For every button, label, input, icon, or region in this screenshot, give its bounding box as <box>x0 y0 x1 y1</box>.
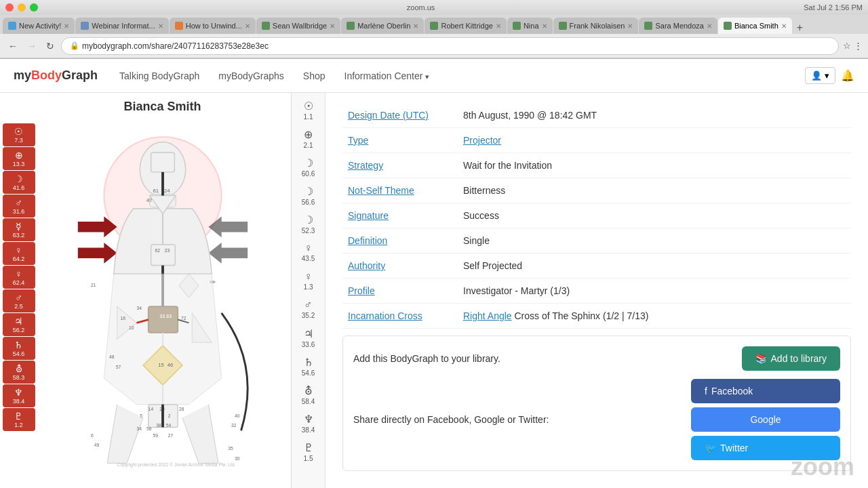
tab-close-5[interactable]: ✕ <box>413 22 418 30</box>
sidebar-jupiter[interactable]: ♃33.6 <box>294 324 323 351</box>
planet-earth[interactable]: ⊕13.3 <box>3 147 35 170</box>
table-row-definition: Definition Single <box>342 228 851 253</box>
planet-venus-2[interactable]: ♀62.4 <box>3 266 35 289</box>
planet-venus-1[interactable]: ♀64.2 <box>3 242 35 265</box>
browser-tab-3[interactable]: How to Unwind...✕ <box>170 18 256 34</box>
browser-tab-4[interactable]: Sean Wallbridge✕ <box>256 18 340 34</box>
tab-close-10[interactable]: ✕ <box>781 22 787 30</box>
user-account-button[interactable]: 👤 ▾ <box>805 67 835 84</box>
sidebar-venus-1[interactable]: ♀43.5 <box>294 239 323 266</box>
sidebar-neptune[interactable]: ♆38.4 <box>294 409 323 436</box>
browser-tab-7[interactable]: Nina✕ <box>507 18 553 34</box>
tab-favicon-7 <box>513 22 521 30</box>
browser-tab-6[interactable]: Robert Kittridge✕ <box>425 18 506 34</box>
svg-text:35: 35 <box>228 446 233 451</box>
strategy-value: Wait for the Invitation <box>458 153 851 178</box>
browser-tab-9[interactable]: Sara Mendoza✕ <box>639 18 717 34</box>
refresh-button[interactable]: ↻ <box>43 39 57 53</box>
authority-label[interactable]: Authority <box>348 260 385 271</box>
planet-mars-2[interactable]: ♂2.5 <box>3 289 35 312</box>
tab-close-9[interactable]: ✕ <box>707 22 712 30</box>
right-angle-link[interactable]: Right Angle <box>463 310 512 321</box>
svg-text:49: 49 <box>94 443 99 447</box>
os-max-button[interactable] <box>30 3 38 12</box>
browser-tab-10[interactable]: Bianca Smith✕ <box>718 18 792 34</box>
nav-mybodygraphs[interactable]: myBodyGraphs <box>210 65 292 87</box>
planet-saturn[interactable]: ♄54.6 <box>3 337 35 360</box>
nav-information-center[interactable]: Information Center <box>336 65 437 87</box>
os-close-button[interactable] <box>5 3 14 12</box>
browser-tab-8[interactable]: Frank Nikolaisen✕ <box>553 18 639 34</box>
bodygraph-panel: Bianca Smith ☉7.3 ⊕13.3 ☽41.6 ♂31.6 ☿63.… <box>0 93 326 488</box>
planet-moon[interactable]: ☽41.6 <box>3 171 35 194</box>
signature-label[interactable]: Signature <box>348 210 389 221</box>
add-to-library-button[interactable]: 📚 Add to library <box>742 346 840 371</box>
bookmark-icon[interactable]: ☆ <box>843 41 851 51</box>
svg-text:23: 23 <box>164 248 170 253</box>
planet-sun[interactable]: ☉7.3 <box>3 123 35 146</box>
twitter-button[interactable]: 🐦 Twitter <box>691 436 840 460</box>
definition-label[interactable]: Definition <box>348 235 387 246</box>
sidebar-sun[interactable]: ☉1.1 <box>294 96 323 123</box>
planet-neptune[interactable]: ♆38.4 <box>3 384 35 407</box>
back-button[interactable]: ← <box>5 39 20 53</box>
svg-text:Copyright protected 2022 © Jov: Copyright protected 2022 © Jovian Archiv… <box>117 462 235 468</box>
sidebar-moon-1[interactable]: ☽60.6 <box>294 153 323 180</box>
browser-tabbar: New Activity!✕ Webinar Informat...✕ How … <box>0 15 868 34</box>
planet-mercury[interactable]: ☿63.2 <box>3 218 35 241</box>
os-time: Sat Jul 2 1:56 PM <box>804 3 863 12</box>
new-tab-button[interactable]: + <box>793 22 807 34</box>
tab-favicon-8 <box>559 22 567 30</box>
sidebar-pluto[interactable]: ♇1.5 <box>294 438 323 465</box>
tab-close-2[interactable]: ✕ <box>158 22 163 30</box>
nav-talking-bodygraph[interactable]: Talking BodyGraph <box>111 65 208 87</box>
planet-jupiter[interactable]: ♃56.2 <box>3 313 35 336</box>
tab-close-8[interactable]: ✕ <box>627 22 633 30</box>
info-table: Design Date (UTC) 8th August, 1990 @ 18:… <box>342 103 851 329</box>
planet-pluto[interactable]: ♇1.2 <box>3 408 35 431</box>
google-button[interactable]: Google <box>691 407 840 432</box>
nav-shop[interactable]: Shop <box>295 65 334 87</box>
tab-close-7[interactable]: ✕ <box>542 22 547 30</box>
facebook-button[interactable]: f Facebook <box>691 379 840 403</box>
browser-toolbar: ← → ↻ 🔒 mybodygraph.com/share/2407711628… <box>0 34 868 58</box>
profile-label[interactable]: Profile <box>348 285 375 296</box>
strategy-label[interactable]: Strategy <box>348 160 383 171</box>
os-min-button[interactable] <box>18 3 26 12</box>
svg-marker-4 <box>77 243 117 264</box>
not-self-label[interactable]: Not-Self Theme <box>348 185 414 196</box>
browser-tab-2[interactable]: Webinar Informat...✕ <box>75 18 168 34</box>
sidebar-uranus[interactable]: ⛢58.4 <box>294 381 323 408</box>
planet-uranus[interactable]: ⛢58.3 <box>3 361 35 384</box>
planet-mars[interactable]: ♂31.6 <box>3 195 35 218</box>
sidebar-venus-2[interactable]: ♀1.3 <box>294 267 323 294</box>
tab-close-4[interactable]: ✕ <box>330 22 335 30</box>
design-label[interactable]: Design Date (UTC) <box>348 110 429 121</box>
sidebar-mars[interactable]: ♂35.2 <box>294 296 323 323</box>
browser-tab-5[interactable]: Marlène Oberlin✕ <box>341 18 424 34</box>
sidebar-moon-3[interactable]: ☽52.3 <box>294 210 323 237</box>
add-library-icon: 📚 <box>755 353 767 364</box>
os-app-name: zoom.us <box>42 3 800 12</box>
settings-icon[interactable]: ⋮ <box>854 41 863 51</box>
tab-close-6[interactable]: ✕ <box>496 22 501 30</box>
tab-close-3[interactable]: ✕ <box>245 22 250 30</box>
sidebar-saturn[interactable]: ♄54.6 <box>294 352 323 380</box>
forward-button[interactable]: → <box>24 39 39 53</box>
browser-tab-1[interactable]: New Activity!✕ <box>3 18 75 34</box>
share-text: Share directly on Facebook, Google or Tw… <box>353 414 549 425</box>
type-label[interactable]: Type <box>348 135 368 146</box>
profile-value: Investigator - Martyr (1/3) <box>458 279 851 304</box>
incarnation-cross-label[interactable]: Incarnation Cross <box>348 310 422 321</box>
design-value: 8th August, 1990 @ 18:42 GMT <box>458 103 851 128</box>
table-row-strategy: Strategy Wait for the Invitation <box>342 153 851 178</box>
notifications-button[interactable]: 🔔 <box>841 69 854 82</box>
tab-close-1[interactable]: ✕ <box>64 22 69 30</box>
svg-text:28: 28 <box>179 407 184 411</box>
svg-text:34: 34 <box>136 426 142 431</box>
type-link[interactable]: Projector <box>463 135 501 146</box>
address-bar[interactable]: 🔒 mybodygraph.com/share/24077116283753e2… <box>61 37 839 55</box>
sidebar-moon-2[interactable]: ☽56.6 <box>294 182 323 209</box>
library-row: Add this BodyGraph to your library. 📚 Ad… <box>353 346 840 371</box>
sidebar-earth[interactable]: ⊕2.1 <box>294 125 323 152</box>
